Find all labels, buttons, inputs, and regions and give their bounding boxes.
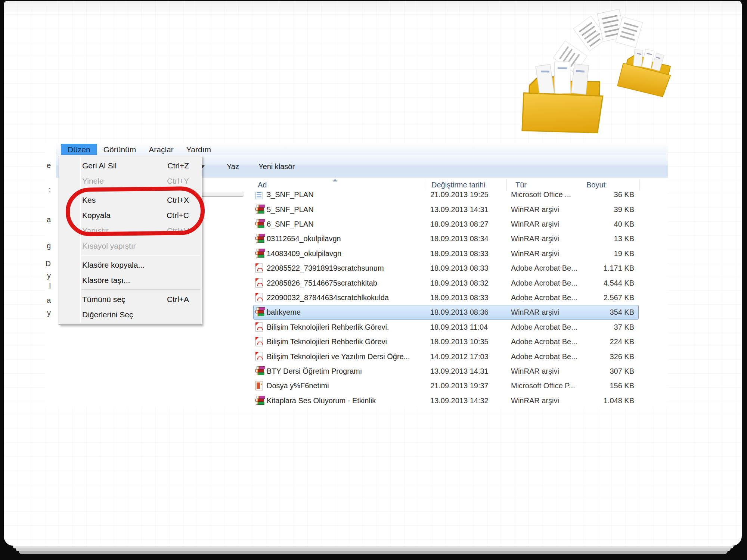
menu-item[interactable]: Klasöre taşı... — [59, 273, 202, 288]
column-divider[interactable] — [426, 180, 426, 191]
navpane-text-fragment: y — [46, 271, 51, 280]
slide-stack-edge — [16, 548, 731, 551]
word-file-icon — [255, 192, 263, 199]
navpane-text-fragment: l — [46, 282, 51, 291]
file-date: 18.09.2013 11:04 — [430, 323, 488, 331]
file-name: Kitaplara Ses Oluyorum - Etkinlik — [267, 396, 376, 405]
big-folder — [519, 60, 605, 137]
powerpoint-file-icon — [255, 381, 263, 391]
menubar-item-araçlar[interactable]: Araçlar — [142, 144, 180, 155]
file-size: 156 KB — [557, 382, 634, 390]
navpane-text-fragment: a — [46, 215, 51, 224]
file-row[interactable]: Dosya y%F6netimi21.09.2013 19:37Microsof… — [56, 379, 668, 393]
menu-item[interactable]: Tümünü seçCtrl+A — [59, 292, 202, 307]
file-date: 18.09.2013 08:33 — [430, 264, 489, 273]
file-date: 18.09.2013 08:34 — [430, 234, 489, 243]
folders-documents-clipart — [517, 2, 697, 155]
file-name: 22085522_73918919scratchsunum — [267, 264, 384, 273]
menu-bar: DüzenGörünümAraçlarYardım — [56, 144, 668, 155]
slide-stack-edge — [19, 551, 728, 554]
file-type: WinRAR arşivi — [511, 220, 559, 228]
winrar-archive-icon — [255, 307, 265, 317]
menu-item[interactable]: Klasöre kopyala... — [59, 257, 202, 273]
print-button[interactable]: Yaz — [227, 155, 239, 178]
file-row[interactable]: BTY Dersi Öğretim Programı13.09.2013 14:… — [56, 364, 668, 378]
file-name: Bilişim Teknolojileri Rehberlik Görevi — [267, 337, 387, 346]
menubar-item-görünüm[interactable]: Görünüm — [97, 144, 143, 155]
file-size: 1.171 KB — [557, 264, 634, 273]
navpane-text-fragment: a — [46, 296, 51, 305]
file-type: WinRAR arşivi — [511, 367, 559, 375]
winrar-archive-icon — [255, 205, 265, 214]
file-date: 18.09.2013 08:33 — [430, 293, 489, 302]
file-name: 22090032_87844634scratchlkokulda — [267, 293, 389, 302]
file-name: Bilişim Teknolojileri ve Yazılım Dersi Ö… — [267, 352, 410, 361]
file-size: 39 KB — [557, 205, 634, 214]
file-date: 18.09.2013 08:27 — [430, 220, 489, 228]
navpane-text-fragment: e — [46, 161, 51, 170]
file-name: 6_SNF_PLAN — [267, 220, 314, 228]
winrar-archive-icon — [255, 249, 265, 258]
menu-item-label: Kısayol yapıştır — [82, 242, 136, 250]
pdf-file-icon — [255, 278, 263, 287]
file-name: Bilişim Teknolojileri Rehberlik Görevi. — [267, 323, 389, 331]
menubar-item-yardım[interactable]: Yardım — [180, 144, 217, 155]
navpane-text-fragment: g — [46, 242, 51, 251]
column-header[interactable]: Ad — [258, 178, 267, 192]
menubar-item-düzen[interactable]: Düzen — [61, 144, 97, 155]
new-folder-button[interactable]: Yeni klasör — [258, 155, 295, 178]
menu-separator — [81, 289, 201, 290]
edit-menu-dropdown: Geri Al SilCtrl+ZYineleCtrl+YKesCtrl+XKo… — [59, 156, 202, 325]
file-date: 18.09.2013 08:32 — [430, 279, 489, 287]
red-highlight-ellipse — [65, 186, 205, 237]
menu-item[interactable]: Geri Al SilCtrl+Z — [59, 158, 202, 173]
file-size: 4.544 KB — [557, 279, 634, 287]
file-size: 19 KB — [557, 249, 634, 258]
file-size: 13 KB — [557, 234, 634, 243]
winrar-archive-icon — [255, 396, 265, 405]
file-size: 2.567 KB — [557, 293, 634, 302]
file-name: BTY Dersi Öğretim Programı — [267, 367, 362, 375]
file-date: 14.09.2012 17:03 — [430, 352, 489, 361]
pdf-file-icon — [255, 322, 263, 332]
slide-stack-edge — [13, 546, 734, 548]
file-type: WinRAR arşivi — [511, 205, 559, 214]
sort-ascending-icon — [333, 179, 337, 181]
file-date: 21.09.2013 19:37 — [430, 382, 489, 390]
file-date: 18.09.2013 08:36 — [430, 308, 489, 317]
file-row[interactable]: Bilişim Teknolojileri Rehberlik Görevi18… — [56, 335, 668, 349]
file-name: 5_SNF_PLAN — [267, 205, 314, 214]
file-size: 224 KB — [557, 337, 634, 346]
file-type: WinRAR arşivi — [511, 249, 559, 258]
column-divider[interactable] — [506, 180, 507, 191]
pdf-file-icon — [255, 264, 263, 273]
menu-item-shortcut: Ctrl+A — [167, 292, 189, 307]
file-size: 354 KB — [557, 308, 634, 317]
winrar-archive-icon — [255, 234, 265, 243]
column-header[interactable]: Boyut — [586, 178, 605, 192]
file-row[interactable]: Bilişim Teknolojileri ve Yazılım Dersi Ö… — [56, 349, 668, 364]
pdf-file-icon — [255, 293, 263, 302]
menu-item-label: Diğerlerini Seç — [82, 310, 133, 319]
menu-item: Kısayol yapıştır — [59, 238, 202, 253]
column-header[interactable]: Tür — [515, 178, 527, 192]
file-name: 14083409_okulpilavgn — [267, 249, 341, 258]
file-date: 13.09.2013 14:32 — [430, 396, 489, 405]
file-name: 03112654_okulpilavgn — [267, 234, 341, 243]
winrar-archive-icon — [255, 219, 265, 229]
navpane-text-fragment: y — [46, 309, 51, 318]
column-header[interactable]: Değiştirme tarihi — [431, 178, 485, 192]
file-date: 18.09.2013 10:35 — [430, 337, 489, 346]
file-date: 21.09.2013 19:25 — [430, 192, 489, 199]
column-divider[interactable] — [639, 180, 640, 191]
menu-item[interactable]: Diğerlerini Seç — [59, 307, 202, 322]
file-row[interactable]: Kitaplara Ses Oluyorum - Etkinlik13.09.2… — [56, 393, 668, 408]
file-size: 37 KB — [557, 323, 634, 331]
menu-item-label: Tümünü seç — [82, 295, 125, 304]
file-name: 3_SNF_PLAN — [267, 192, 314, 199]
file-type: WinRAR arşivi — [511, 308, 559, 317]
winrar-archive-icon — [255, 366, 265, 376]
file-name: Dosya y%F6netimi — [267, 382, 329, 390]
file-name: 22085826_75146675scratchkitab — [267, 279, 377, 287]
file-name: balıkyeme — [267, 308, 301, 317]
